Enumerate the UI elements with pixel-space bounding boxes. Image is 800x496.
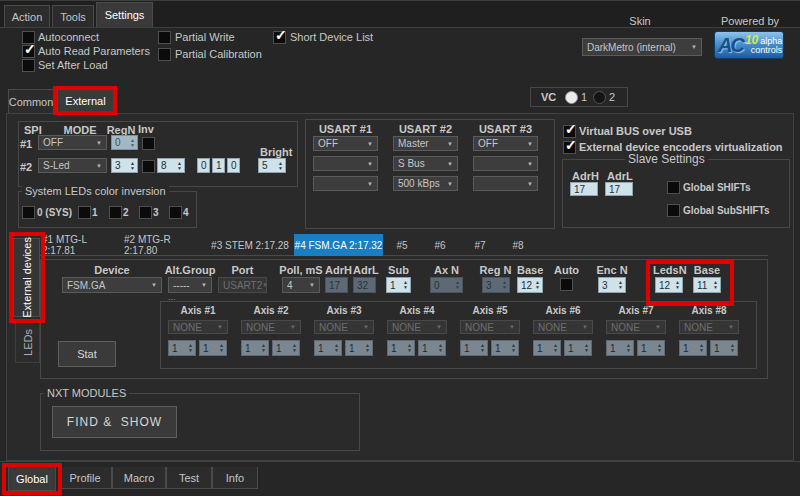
alphacontrols-logo[interactable]: AC 10 alpha controls [714,31,784,59]
device-adrl-field[interactable]: 32 [353,277,376,293]
spinner-arrows-icon[interactable]: ▲▼ [655,343,664,353]
side-tab-external-devices[interactable]: External devices [13,238,40,317]
axis8-spinner-1[interactable]: 1▲▼ [679,340,707,356]
usart3-mode-select[interactable]: OFF▼ [473,136,538,151]
axis6-select[interactable]: NONE▼ [533,320,593,334]
spinner-arrows-icon[interactable]: ▲▼ [259,343,268,353]
sysled-4-checkbox[interactable] [169,206,182,219]
axis3-select[interactable]: NONE▼ [314,320,374,334]
tab-common[interactable]: Common [8,89,54,113]
axis3-spinner-2[interactable]: 1▲▼ [345,340,373,356]
spinner-arrows-icon[interactable]: ▲▼ [478,343,487,353]
spinner-arrows-icon[interactable]: ▲▼ [697,343,706,353]
spinner-arrows-icon[interactable]: ▲▼ [217,343,226,353]
axis6-spinner-2[interactable]: 1▲▼ [564,340,592,356]
axis6-spinner-1[interactable]: 1▲▼ [533,340,561,356]
spinner-arrows-icon[interactable]: ▲▼ [624,343,633,353]
spinner-arrows-icon[interactable]: ▲▼ [290,343,299,353]
usart1-mode-select[interactable]: OFF▼ [313,136,378,151]
axis7-select[interactable]: NONE▼ [606,320,666,334]
global-subshifts-checkbox[interactable] [667,204,680,217]
partial-calibration-checkbox[interactable] [158,48,171,61]
spi1-inv-checkbox[interactable] [142,137,155,150]
tab-global[interactable]: Global [8,467,56,491]
axis5-spinner-2[interactable]: 1▲▼ [491,340,519,356]
spi2-digit3-field[interactable]: 0 [227,158,240,173]
spinner-arrows-icon[interactable]: ▲▼ [533,280,542,290]
axis8-spinner-2[interactable]: 1▲▼ [710,340,738,356]
spinner-arrows-icon[interactable]: ▲▼ [616,280,625,290]
device-tab-3[interactable]: #3 STEM 2:17.28 [210,234,290,256]
set-after-load-checkbox[interactable] [22,59,35,72]
sysled-0-checkbox[interactable] [22,206,35,219]
bright-spinner[interactable]: 5▲▼ [258,158,286,173]
axis4-select[interactable]: NONE▼ [387,320,447,334]
slave-adrh-field[interactable]: 17 [570,182,598,196]
spi2-digit2-field[interactable]: 1 [212,158,225,173]
tab-action[interactable]: Action [4,5,50,27]
sub-spinner[interactable]: 1▲▼ [386,277,411,293]
spinner-arrows-icon[interactable]: ▲▼ [728,343,737,353]
tab-test[interactable]: Test [166,467,212,489]
axis1-spinner-1[interactable]: 1▲▼ [168,340,196,356]
spi1-regn-spinner[interactable]: 0▲▼ [111,135,138,150]
device-tab-7[interactable]: #7 [466,234,494,256]
encoders-virtualization-checkbox[interactable] [563,141,576,154]
spi2-regn-spinner[interactable]: 3▲▼ [111,158,138,173]
spinner-arrows-icon[interactable]: ▲▼ [401,280,410,290]
encn-spinner[interactable]: 3▲▼ [598,277,626,293]
vc-radio-1[interactable] [565,91,578,104]
stat-button[interactable]: Stat [58,341,116,367]
usart2-speed-select[interactable]: 500 kBps▼ [393,176,458,191]
axis7-spinner-1[interactable]: 1▲▼ [606,340,634,356]
device-tab-4[interactable]: #4 FSM.GA 2:17.32 [294,234,383,256]
partial-write-checkbox[interactable] [158,31,171,44]
regn-base-spinner[interactable]: 12▲▼ [517,277,543,293]
spinner-arrows-icon[interactable]: ▲▼ [500,280,509,290]
usart3-option-select[interactable]: ▼ [473,156,538,171]
port-select[interactable]: USART2▼ [218,277,267,293]
spinner-arrows-icon[interactable]: ▲▼ [711,280,720,290]
spi2-inv-checkbox[interactable] [142,160,155,173]
device-adrh-field[interactable]: 17 [325,277,348,293]
axis1-spinner-2[interactable]: 1▲▼ [199,340,227,356]
spinner-arrows-icon[interactable]: ▲▼ [509,343,518,353]
spinner-arrows-icon[interactable]: ▲▼ [551,343,560,353]
axis7-spinner-2[interactable]: 1▲▼ [637,340,665,356]
ledsn-spinner[interactable]: 12▲▼ [655,277,683,293]
leds-base-spinner[interactable]: 11▲▼ [693,277,721,293]
axis2-spinner-1[interactable]: 1▲▼ [241,340,269,356]
sysled-1-checkbox[interactable] [78,206,91,219]
tab-settings[interactable]: Settings [96,2,153,27]
axis4-spinner-2[interactable]: 1▲▼ [418,340,446,356]
spinner-arrows-icon[interactable]: ▲▼ [332,343,341,353]
axis2-select[interactable]: NONE▼ [241,320,301,334]
slave-adrl-field[interactable]: 17 [605,182,633,196]
device-regn-spinner[interactable]: 3▲▼ [482,277,510,293]
spinner-arrows-icon[interactable]: ▲▼ [405,343,414,353]
spinner-arrows-icon[interactable]: ▲▼ [128,161,137,171]
usart3-speed-select[interactable]: ▼ [473,176,538,191]
axis1-select[interactable]: NONE▼ [168,320,228,334]
spi2-digit1-field[interactable]: 0 [197,158,210,173]
sysled-3-checkbox[interactable] [139,206,152,219]
device-tab-1[interactable]: #1 MTG-L 2:17.81 [42,234,122,256]
axis8-select[interactable]: NONE▼ [679,320,739,334]
tab-info[interactable]: Info [212,467,258,489]
side-tab-leds[interactable]: LEDs [15,321,40,363]
spi2-mode-select[interactable]: S-Led▼ [38,158,107,173]
sysled-2-checkbox[interactable] [109,206,122,219]
spi2-num-spinner[interactable]: 8▲▼ [157,158,185,173]
axis2-spinner-2[interactable]: 1▲▼ [272,340,300,356]
device-tab-2[interactable]: #2 MTG-R 2:17.80 [124,234,206,256]
usart2-mode-select[interactable]: Master▼ [393,136,458,151]
axis5-spinner-1[interactable]: 1▲▼ [460,340,488,356]
global-shifts-checkbox[interactable] [667,181,680,194]
tab-external[interactable]: External [57,88,114,113]
axis5-select[interactable]: NONE▼ [460,320,520,334]
device-tab-6[interactable]: #6 [426,234,454,256]
usart1-option-select[interactable]: ▼ [313,156,378,171]
device-tab-8[interactable]: #8 [504,234,532,256]
axn-spinner[interactable]: 0▲▼ [430,277,463,293]
tab-profile[interactable]: Profile [58,467,112,489]
